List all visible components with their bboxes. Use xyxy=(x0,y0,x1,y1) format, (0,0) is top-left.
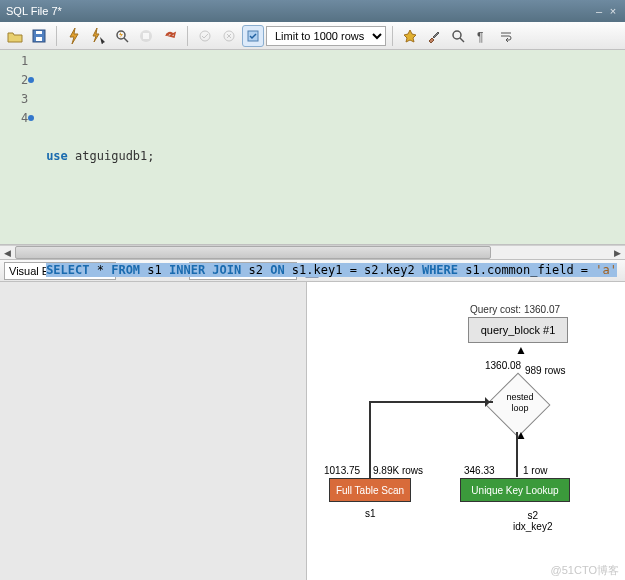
svg-point-6 xyxy=(200,31,210,41)
stop-button xyxy=(135,25,157,47)
nested-loop-cost: 1360.08 xyxy=(485,360,521,371)
svg-rect-5 xyxy=(143,33,149,39)
beautify-button[interactable] xyxy=(399,25,421,47)
connector-line xyxy=(369,403,371,478)
separator xyxy=(56,26,57,46)
horizontal-scrollbar[interactable]: ◀ ▶ xyxy=(0,245,625,260)
window-title: SQL File 7* xyxy=(6,5,591,17)
stop-icon xyxy=(139,29,153,43)
statement-marker-icon xyxy=(28,115,34,121)
ukl-table-label: s2idx_key2 xyxy=(513,510,552,532)
connector-line xyxy=(516,432,518,477)
code-area[interactable]: use atguigudb1; SELECT * FROM s1 INNER J… xyxy=(34,50,625,244)
result-left-pane xyxy=(0,282,307,580)
fts-table-label: s1 xyxy=(365,508,376,519)
result-area: Query cost: 1360.07 query_block #1 ▲ 136… xyxy=(0,282,625,580)
execute-button[interactable] xyxy=(63,25,85,47)
visual-explain-diagram[interactable]: Query cost: 1360.07 query_block #1 ▲ 136… xyxy=(307,282,625,580)
explain-button[interactable] xyxy=(111,25,133,47)
ukl-cost: 346.33 xyxy=(464,465,495,476)
autocommit-button[interactable] xyxy=(242,25,264,47)
separator xyxy=(392,26,393,46)
save-button[interactable] xyxy=(28,25,50,47)
commit-icon xyxy=(198,29,212,43)
toggle-invisible-button[interactable]: ¶ xyxy=(471,25,493,47)
unique-key-lookup-node[interactable]: Unique Key Lookup xyxy=(460,478,570,502)
nested-loop-rows: 989 rows xyxy=(525,365,566,376)
statement-marker-icon xyxy=(28,77,34,83)
refresh-icon xyxy=(163,29,177,43)
arrow-up-icon: ▲ xyxy=(515,344,527,356)
magnifier-lightning-icon xyxy=(115,29,129,43)
ukl-rows: 1 row xyxy=(523,465,547,476)
scroll-thumb[interactable] xyxy=(15,246,491,259)
query-cost-label: Query cost: 1360.07 xyxy=(470,304,560,315)
scroll-left-icon[interactable]: ◀ xyxy=(0,246,15,259)
close-icon[interactable]: × xyxy=(607,5,619,17)
paragraph-icon: ¶ xyxy=(475,29,489,43)
fts-cost: 1013.75 xyxy=(324,465,360,476)
lightning-cursor-icon xyxy=(90,28,106,44)
scroll-track[interactable] xyxy=(15,246,610,259)
lightning-icon xyxy=(67,28,81,44)
line-number: 3 xyxy=(0,90,28,109)
svg-rect-1 xyxy=(36,37,42,41)
floppy-disk-icon xyxy=(32,29,46,43)
rollback-button xyxy=(218,25,240,47)
execute-cursor-button[interactable] xyxy=(87,25,109,47)
autocommit-icon xyxy=(246,29,260,43)
full-table-scan-node[interactable]: Full Table Scan xyxy=(329,478,411,502)
rollback-icon xyxy=(222,29,236,43)
line-number: 2 xyxy=(0,71,28,90)
minimize-icon[interactable]: – xyxy=(593,5,605,17)
commit-button xyxy=(194,25,216,47)
sql-editor[interactable]: 1 2 3 4 use atguigudb1; SELECT * FROM s1… xyxy=(0,50,625,245)
title-bar: SQL File 7* – × xyxy=(0,0,625,22)
reconnect-button[interactable] xyxy=(159,25,181,47)
svg-text:¶: ¶ xyxy=(477,30,483,43)
separator xyxy=(187,26,188,46)
watermark: @51CTO博客 xyxy=(551,563,619,578)
line-gutter: 1 2 3 4 xyxy=(0,50,34,244)
fts-rows: 9.89K rows xyxy=(373,465,423,476)
open-file-button[interactable] xyxy=(4,25,26,47)
limit-rows-select[interactable]: Limit to 1000 rows xyxy=(266,26,386,46)
line-number: 1 xyxy=(0,52,28,71)
wrap-button[interactable] xyxy=(495,25,517,47)
query-block-node[interactable]: query_block #1 xyxy=(468,317,568,343)
nested-loop-label: nested loop xyxy=(502,392,538,414)
folder-open-icon xyxy=(7,29,23,43)
brush-button[interactable] xyxy=(423,25,445,47)
magnifier-icon xyxy=(451,29,465,43)
star-icon xyxy=(403,29,417,43)
svg-point-9 xyxy=(453,31,461,39)
line-number: 4 xyxy=(0,109,28,128)
connector-line xyxy=(369,401,493,403)
svg-rect-2 xyxy=(36,31,42,34)
wrap-icon xyxy=(499,29,513,43)
find-button[interactable] xyxy=(447,25,469,47)
brush-icon xyxy=(427,29,441,43)
sql-toolbar: Limit to 1000 rows ¶ xyxy=(0,22,625,50)
